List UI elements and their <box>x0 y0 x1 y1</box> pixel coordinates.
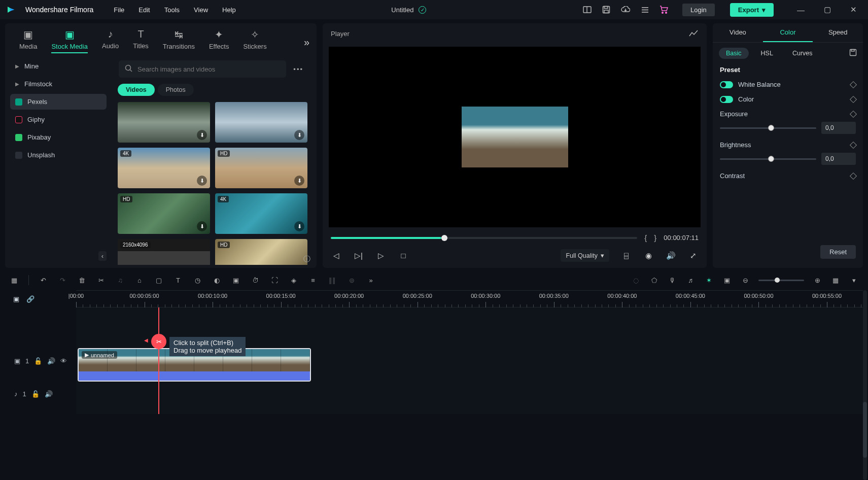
brightness-slider[interactable] <box>720 158 816 160</box>
play-icon[interactable]: ▷ <box>375 250 387 261</box>
tab-media[interactable]: ▣Media <box>19 28 37 53</box>
source-pexels[interactable]: Pexels <box>10 94 107 110</box>
marker-icon[interactable]: ⬠ <box>649 275 659 285</box>
download-icon[interactable]: ⬇ <box>294 221 304 231</box>
exposure-value[interactable]: 0,0 <box>821 122 856 134</box>
text-icon[interactable]: T <box>173 275 183 285</box>
stock-thumb[interactable]: HD⬇ <box>215 239 307 265</box>
save-icon[interactable] <box>601 5 611 15</box>
expand-tabs-icon[interactable]: » <box>304 37 309 48</box>
delete-icon[interactable]: 🗑 <box>77 275 87 285</box>
cart-icon[interactable] <box>659 5 669 15</box>
zoom-out-icon[interactable]: ⊖ <box>740 275 750 285</box>
login-button[interactable]: Login <box>682 4 715 16</box>
window-minimize[interactable]: — <box>792 6 810 14</box>
split-handle[interactable]: ✂ ◀▶ <box>151 334 166 349</box>
more-icon[interactable]: ••• <box>290 65 306 73</box>
source-unsplash[interactable]: Unsplash <box>10 147 107 163</box>
audio-mix-icon[interactable]: ♬ <box>685 275 696 285</box>
timer-icon[interactable]: ⏱ <box>250 275 260 285</box>
lock-icon[interactable]: 🔓 <box>34 357 42 365</box>
subtab-hsl[interactable]: HSL <box>754 48 780 59</box>
tab-titles[interactable]: TTitles <box>133 28 149 53</box>
fullscreen-icon[interactable]: ⤢ <box>687 250 699 261</box>
list-icon[interactable] <box>640 5 650 15</box>
keyframe-icon[interactable] <box>850 141 857 148</box>
grid-icon[interactable]: ▦ <box>9 275 19 285</box>
cloud-icon[interactable] <box>620 5 631 15</box>
tab-audio[interactable]: ♪Audio <box>102 28 119 53</box>
view-mode-icon[interactable]: ▦ <box>830 275 841 285</box>
adjust-icon[interactable]: ≡ <box>308 275 318 285</box>
mask-icon[interactable]: ▣ <box>231 275 241 285</box>
prop-tab-video[interactable]: Video <box>713 23 763 42</box>
link-icon[interactable]: 🔗 <box>26 295 34 303</box>
snapshot-icon[interactable]: ◉ <box>643 250 654 261</box>
mark-out-icon[interactable]: } <box>654 233 656 242</box>
menu-help[interactable]: Help <box>222 6 236 14</box>
source-giphy[interactable]: Giphy <box>10 112 107 127</box>
more-tools-icon[interactable]: » <box>366 275 376 285</box>
stop-icon[interactable]: □ <box>398 250 409 261</box>
collapse-sidebar-icon[interactable]: ‹ <box>98 251 107 261</box>
zoom-in-icon[interactable]: ⊕ <box>812 275 822 285</box>
keyframe-icon[interactable] <box>850 95 857 102</box>
menu-view[interactable]: View <box>194 6 208 14</box>
stock-thumb[interactable]: ⬇ <box>118 102 210 143</box>
scrub-handle[interactable] <box>441 235 447 241</box>
download-icon[interactable]: ⬇ <box>197 221 207 231</box>
stock-thumb[interactable]: 4K⬇ <box>118 148 210 188</box>
tag-icon[interactable]: ⌂ <box>134 275 145 285</box>
lock-icon[interactable]: 🔓 <box>31 390 40 398</box>
download-icon[interactable]: ⬇ <box>197 130 207 140</box>
slider-handle[interactable] <box>768 125 774 131</box>
undo-icon[interactable]: ↶ <box>38 275 48 285</box>
menu-file[interactable]: File <box>114 6 124 14</box>
timeline-options-icon[interactable]: ▣ <box>13 295 19 303</box>
dropdown-icon[interactable]: ▾ <box>849 275 859 285</box>
keyframe-icon[interactable] <box>850 110 857 117</box>
download-icon[interactable]: ⬇ <box>197 176 207 186</box>
export-button[interactable]: Export▾ <box>730 3 774 17</box>
window-close[interactable]: ✕ <box>845 5 862 14</box>
download-icon[interactable]: ⬇ <box>294 130 304 140</box>
freeze-icon[interactable]: ▣ <box>722 275 732 285</box>
stock-thumb[interactable]: HD⬇ <box>118 193 210 234</box>
audio-level-icon[interactable]: ‖‖ <box>327 275 337 285</box>
visibility-icon[interactable]: 👁 <box>60 357 67 365</box>
mute-icon[interactable]: 🔊 <box>47 357 55 365</box>
vertical-scrollbar[interactable] <box>863 290 867 480</box>
menu-edit[interactable]: Edit <box>138 6 150 14</box>
zoom-slider[interactable] <box>758 280 804 281</box>
zoom-handle[interactable] <box>775 278 780 283</box>
prop-tab-color[interactable]: Color <box>763 23 813 42</box>
save-preset-icon[interactable] <box>849 49 857 58</box>
cut-icon[interactable]: ✂ <box>96 275 106 285</box>
render-icon[interactable]: ◌ <box>631 275 641 285</box>
scope-icon[interactable] <box>688 28 699 39</box>
voiceover-icon[interactable]: 🎙 <box>667 275 677 285</box>
redo-icon[interactable]: ↷ <box>57 275 67 285</box>
volume-icon[interactable]: 🔊 <box>665 250 676 261</box>
exposure-slider[interactable] <box>720 127 816 129</box>
download-icon[interactable]: ⬇ <box>294 176 304 186</box>
source-pixabay[interactable]: Pixabay <box>10 129 107 145</box>
search-box[interactable] <box>119 60 286 78</box>
speed-tool-icon[interactable]: ◷ <box>192 275 202 285</box>
time-ruler[interactable]: |00:0000:00:05:0000:00:10:0000:00:15:000… <box>76 290 863 307</box>
prop-tab-speed[interactable]: Speed <box>813 23 863 42</box>
auto-highlight-icon[interactable]: ✶ <box>704 275 714 285</box>
search-input[interactable] <box>137 65 280 73</box>
menu-tools[interactable]: Tools <box>164 6 180 14</box>
audio-track-head[interactable]: ♪1 🔓 🔊 <box>5 379 76 409</box>
music-icon[interactable]: ♫ <box>115 275 125 285</box>
color-toggle[interactable] <box>720 96 733 103</box>
stock-thumb[interactable]: 4K⬇ <box>215 193 307 234</box>
subtab-basic[interactable]: Basic <box>719 48 749 59</box>
tab-effects[interactable]: ✦Effects <box>209 28 229 53</box>
mute-icon[interactable]: 🔊 <box>45 390 53 398</box>
keyframe-icon[interactable] <box>850 172 857 179</box>
stock-thumb[interactable]: HD⬇ <box>215 148 307 188</box>
playhead[interactable] <box>158 307 159 414</box>
stock-thumb[interactable]: 2160x4096⬇ <box>118 239 210 265</box>
